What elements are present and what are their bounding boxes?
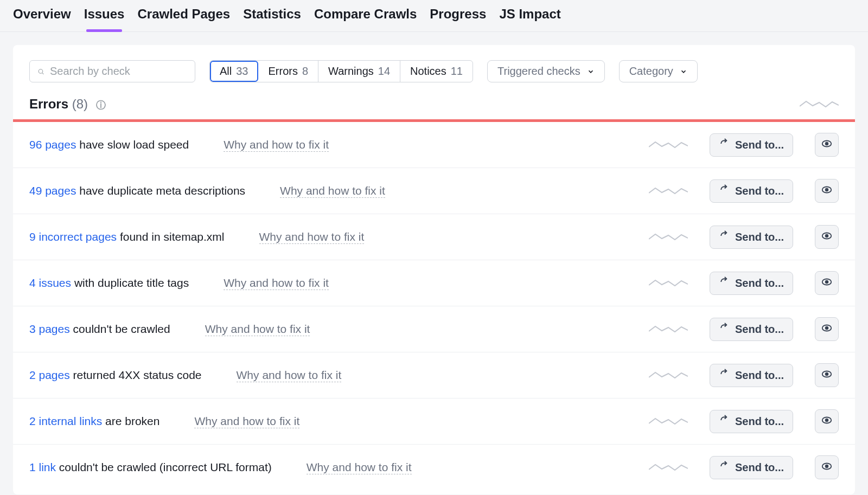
triggered-checks-dropdown[interactable]: Triggered checks — [487, 60, 605, 82]
search-icon — [37, 66, 44, 77]
filter-seg-label: Notices — [410, 65, 446, 78]
nav-tab-progress[interactable]: Progress — [430, 7, 486, 31]
svg-point-0 — [39, 69, 43, 73]
chevron-down-icon — [587, 68, 595, 75]
send-to-label: Send to... — [735, 185, 784, 197]
issue-count-link[interactable]: 3 pages — [29, 323, 70, 335]
send-to-button[interactable]: Send to... — [710, 133, 793, 157]
sparkline — [649, 370, 688, 381]
why-how-fix-link[interactable]: Why and how to fix it — [237, 369, 342, 382]
send-to-button[interactable]: Send to... — [710, 226, 793, 249]
eye-icon — [821, 368, 833, 383]
sparkline — [649, 324, 688, 335]
issue-text: 96 pages have slow load speed — [29, 138, 189, 151]
issue-count-link[interactable]: 1 link — [29, 461, 56, 473]
sparkline — [800, 99, 839, 110]
eye-icon — [821, 414, 833, 429]
issue-description: found in sitemap.xml — [117, 230, 224, 243]
svg-line-1 — [42, 73, 43, 74]
view-button[interactable] — [815, 455, 839, 479]
send-to-label: Send to... — [735, 323, 784, 336]
search-input[interactable] — [50, 65, 187, 78]
nav-tab-crawled-pages[interactable]: Crawled Pages — [137, 7, 230, 31]
svg-point-5 — [826, 188, 828, 191]
issue-description: have duplicate meta descriptions — [76, 184, 245, 197]
filter-seg-all[interactable]: All33 — [210, 61, 258, 82]
issue-count-link[interactable]: 2 internal links — [29, 415, 102, 427]
why-how-fix-link[interactable]: Why and how to fix it — [194, 415, 299, 428]
view-button[interactable] — [815, 271, 839, 295]
svg-point-9 — [826, 280, 828, 283]
issue-row: 49 pages have duplicate meta description… — [13, 168, 855, 214]
filter-seg-notices[interactable]: Notices11 — [400, 61, 473, 82]
issue-text: 49 pages have duplicate meta description… — [29, 184, 245, 197]
issues-panel: All33Errors8Warnings14Notices11 Triggere… — [13, 45, 855, 494]
issue-text: 3 pages couldn't be crawled — [29, 323, 170, 336]
filter-seg-count: 8 — [302, 65, 308, 78]
category-dropdown[interactable]: Category — [619, 60, 698, 82]
sparkline — [649, 278, 688, 288]
eye-icon — [821, 322, 833, 337]
search-input-wrap[interactable] — [29, 60, 195, 82]
nav-tab-js-impact[interactable]: JS Impact — [499, 7, 560, 31]
view-button[interactable] — [815, 225, 839, 249]
svg-point-15 — [826, 419, 828, 421]
issue-description: returned 4XX status code — [70, 369, 202, 381]
send-to-label: Send to... — [735, 369, 784, 382]
issue-count-link[interactable]: 96 pages — [29, 138, 76, 151]
view-button[interactable] — [815, 363, 839, 387]
section-header: Errors (8) ⓘ — [13, 92, 855, 119]
nav-tab-statistics[interactable]: Statistics — [243, 7, 301, 31]
info-icon[interactable]: ⓘ — [96, 100, 106, 111]
issue-text: 2 pages returned 4XX status code — [29, 369, 202, 382]
issue-text: 9 incorrect pages found in sitemap.xml — [29, 230, 225, 243]
issue-row: 4 issues with duplicate title tagsWhy an… — [13, 260, 855, 306]
view-button[interactable] — [815, 317, 839, 341]
sparkline — [649, 185, 688, 196]
nav-tab-compare-crawls[interactable]: Compare Crawls — [314, 7, 417, 31]
view-button[interactable] — [815, 409, 839, 433]
why-how-fix-link[interactable]: Why and how to fix it — [280, 184, 385, 198]
why-how-fix-link[interactable]: Why and how to fix it — [224, 138, 329, 152]
main-nav-tabs: OverviewIssuesCrawled PagesStatisticsCom… — [0, 0, 868, 32]
view-button[interactable] — [815, 133, 839, 157]
filter-seg-warnings[interactable]: Warnings14 — [318, 61, 400, 82]
why-how-fix-link[interactable]: Why and how to fix it — [205, 323, 310, 336]
eye-icon — [821, 460, 833, 475]
send-to-label: Send to... — [735, 277, 784, 290]
send-to-button[interactable]: Send to... — [710, 179, 793, 203]
why-how-fix-link[interactable]: Why and how to fix it — [307, 461, 412, 474]
why-how-fix-link[interactable]: Why and how to fix it — [224, 277, 329, 290]
eye-icon — [821, 276, 833, 291]
issue-count-link[interactable]: 4 issues — [29, 277, 71, 289]
issue-row: 3 pages couldn't be crawledWhy and how t… — [13, 306, 855, 352]
issue-row: 9 incorrect pages found in sitemap.xmlWh… — [13, 214, 855, 260]
send-to-button[interactable]: Send to... — [710, 318, 793, 341]
view-button[interactable] — [815, 179, 839, 203]
filter-seg-errors[interactable]: Errors8 — [258, 61, 318, 82]
issues-list: 96 pages have slow load speedWhy and how… — [13, 122, 855, 490]
issue-count-link[interactable]: 2 pages — [29, 369, 70, 381]
issue-row: 2 internal links are brokenWhy and how t… — [13, 398, 855, 445]
send-to-button[interactable]: Send to... — [710, 272, 793, 295]
eye-icon — [821, 230, 833, 245]
nav-tab-issues[interactable]: Issues — [84, 7, 125, 31]
send-to-button[interactable]: Send to... — [710, 456, 793, 479]
issue-description: have slow load speed — [76, 138, 189, 151]
send-to-button[interactable]: Send to... — [710, 364, 793, 387]
filter-seg-label: Errors — [268, 65, 297, 78]
issue-description: couldn't be crawled — [70, 323, 170, 335]
sparkline — [649, 416, 688, 427]
why-how-fix-link[interactable]: Why and how to fix it — [259, 230, 365, 244]
send-to-button[interactable]: Send to... — [710, 410, 793, 433]
sparkline — [649, 462, 688, 473]
issue-row: 96 pages have slow load speedWhy and how… — [13, 122, 855, 168]
svg-point-3 — [826, 142, 828, 145]
nav-tab-overview[interactable]: Overview — [13, 7, 71, 31]
share-arrow-icon — [719, 184, 730, 198]
share-arrow-icon — [719, 415, 730, 428]
svg-point-11 — [826, 326, 828, 329]
issue-count-link[interactable]: 9 incorrect pages — [29, 230, 117, 243]
send-to-label: Send to... — [735, 139, 784, 151]
issue-count-link[interactable]: 49 pages — [29, 184, 76, 197]
